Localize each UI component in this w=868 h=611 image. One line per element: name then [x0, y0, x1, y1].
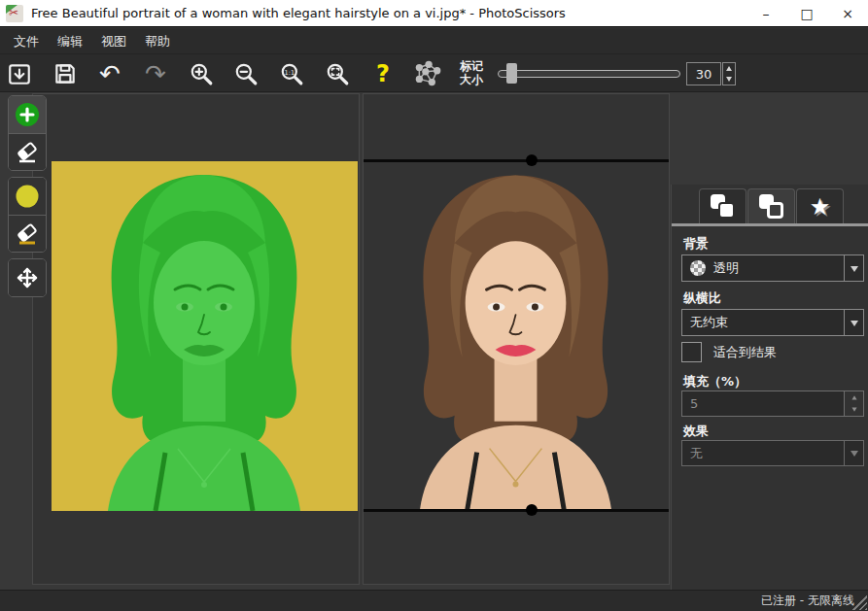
background-marker-tool-button[interactable]	[9, 178, 46, 215]
down-arrow-icon	[851, 408, 856, 415]
save-button[interactable]	[50, 58, 81, 89]
marker-size-up-button[interactable]	[723, 63, 735, 74]
undo-button[interactable]: ↶	[94, 58, 125, 89]
window-title: Free Beautiful portrait of a woman with …	[31, 6, 566, 20]
layers-outline-icon	[759, 194, 783, 219]
yellow-circle-icon	[15, 184, 40, 209]
move-icon	[15, 265, 40, 290]
move-tool-button[interactable]	[9, 259, 46, 296]
chevron-down-icon	[851, 451, 858, 460]
license-status: 已注册 - 无限离线	[761, 593, 854, 609]
background-select-value: 透明	[713, 259, 739, 277]
foreground-tool-group	[8, 95, 47, 171]
zoom-actual-button[interactable]: 1:1	[276, 58, 307, 89]
window-controls: – □ ×	[746, 0, 868, 26]
open-icon	[7, 61, 32, 86]
move-tool-group	[8, 258, 47, 297]
background-select-value-row: 透明	[682, 255, 844, 281]
star-icon: ★	[810, 195, 831, 219]
cutout-result-image	[364, 161, 669, 511]
fit-to-result-label: 适合到结果	[713, 344, 777, 361]
chevron-down-icon	[851, 266, 858, 276]
foreground-marker-tool-button[interactable]	[9, 96, 46, 133]
chevron-down-icon	[851, 321, 858, 330]
zoom-out-icon	[233, 61, 259, 86]
effects-label: 效果	[683, 423, 709, 440]
zoom-in-button[interactable]	[186, 58, 217, 89]
marker-size-down-button[interactable]	[723, 74, 735, 85]
padding-spinbox: 5	[681, 390, 864, 417]
tab-effects[interactable]: ★	[796, 188, 844, 223]
zoom-fit-button[interactable]	[322, 58, 353, 89]
open-button[interactable]	[4, 58, 35, 89]
effects-select-arrow[interactable]	[844, 441, 863, 465]
padding-up-button[interactable]	[845, 391, 863, 404]
zoom-in-icon	[189, 61, 214, 86]
layers-filled-icon	[711, 194, 735, 219]
transparent-swatch-icon	[690, 260, 706, 276]
zoom-actual-icon: 1:1	[279, 61, 304, 86]
minimize-button[interactable]: –	[746, 0, 786, 26]
padding-value[interactable]: 5	[681, 390, 845, 417]
fit-to-result-row: 适合到结果	[681, 342, 777, 362]
menu-bar: 文件 编辑 视图 帮助	[0, 28, 868, 54]
app-icon	[6, 5, 23, 22]
marker-size-slider-handle[interactable]	[506, 63, 517, 84]
sidebar-tabbar: ★	[672, 185, 868, 223]
eraser-white-icon	[15, 140, 40, 165]
down-arrow-icon	[726, 77, 732, 85]
aspect-ratio-label: 纵横比	[683, 289, 721, 307]
save-icon	[52, 61, 78, 86]
menu-view[interactable]: 视图	[95, 28, 132, 54]
undo-icon: ↶	[99, 61, 121, 86]
green-plus-icon	[15, 102, 40, 127]
crop-handle-top[interactable]	[526, 154, 538, 166]
background-eraser-tool-button[interactable]	[9, 215, 46, 252]
zoom-fit-icon	[325, 61, 350, 86]
menu-help[interactable]: 帮助	[139, 28, 176, 54]
zoom-out-button[interactable]	[230, 58, 261, 89]
tab-foreground[interactable]	[699, 188, 746, 223]
toolbar: ↶ ↷ 1:1 ? 标记 大小 30	[0, 54, 868, 92]
aspect-ratio-value: 无约束	[690, 314, 728, 331]
effects-select[interactable]: 无	[681, 440, 864, 466]
tabbar-divider	[672, 223, 868, 226]
padding-label: 填充（%）	[683, 373, 746, 390]
original-image-canvas[interactable]	[32, 93, 360, 585]
crop-handle-bottom[interactable]	[526, 504, 538, 516]
crop-boundary-bottom[interactable]	[364, 509, 669, 512]
eraser-yellow-icon	[15, 221, 40, 247]
redo-button[interactable]: ↷	[140, 58, 171, 89]
tab-background[interactable]	[747, 188, 795, 223]
maximize-button[interactable]: □	[786, 0, 827, 26]
padding-spinner	[845, 390, 864, 417]
foreground-eraser-tool-button[interactable]	[9, 133, 46, 170]
menu-edit[interactable]: 编辑	[52, 28, 88, 54]
marker-size-value[interactable]: 30	[686, 62, 721, 85]
fit-to-result-checkbox[interactable]	[681, 342, 702, 362]
status-bar: 已注册 - 无限离线	[0, 590, 868, 611]
marker-size-slider[interactable]	[498, 70, 680, 78]
segmentation-graph-button[interactable]	[412, 58, 443, 89]
settings-sidebar: ★ 背景 透明 纵横比 无约束 适合到结果 填充（%）	[671, 185, 868, 611]
aspect-ratio-select[interactable]: 无约束	[681, 309, 864, 336]
up-arrow-icon	[726, 63, 732, 71]
menu-file[interactable]: 文件	[8, 28, 45, 54]
effects-value: 无	[690, 445, 703, 462]
marker-size-spinner	[722, 62, 736, 85]
close-button[interactable]: ×	[827, 0, 868, 26]
result-image-canvas[interactable]	[363, 93, 670, 585]
redo-icon: ↷	[145, 61, 166, 86]
background-select-arrow[interactable]	[844, 255, 863, 281]
marker-size-label: 标记 大小	[455, 59, 488, 86]
aspect-ratio-select-arrow[interactable]	[844, 310, 863, 335]
background-tool-group	[8, 177, 47, 253]
network-icon	[414, 60, 441, 87]
background-select[interactable]: 透明	[681, 255, 864, 282]
crop-boundary-top[interactable]	[364, 159, 669, 162]
marked-original-image	[52, 161, 358, 511]
title-bar: Free Beautiful portrait of a woman with …	[0, 0, 868, 27]
padding-down-button[interactable]	[845, 404, 863, 417]
help-icon: ?	[376, 62, 390, 85]
help-button[interactable]: ?	[367, 58, 399, 89]
